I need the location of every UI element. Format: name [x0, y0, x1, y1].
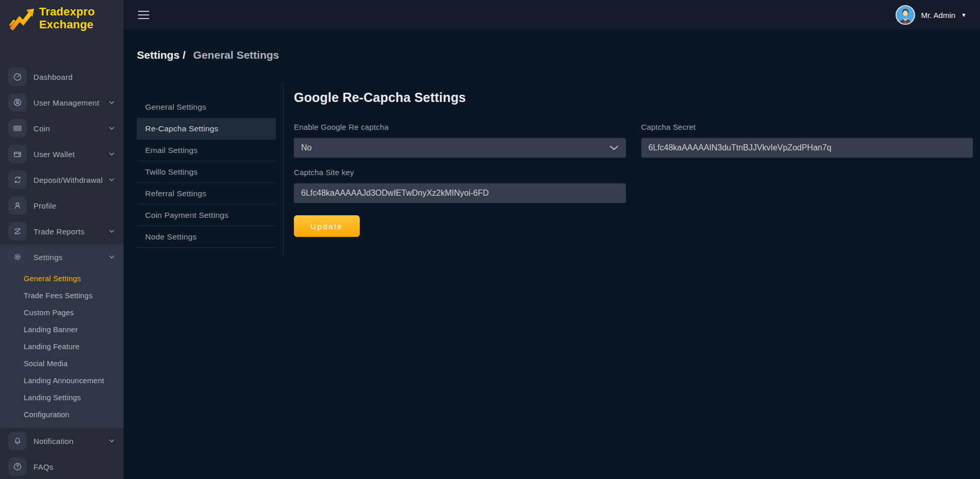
brand-name: Tradexpro Exchange — [39, 6, 95, 31]
hamburger-menu-icon[interactable] — [137, 9, 150, 21]
sidebar-item-label: FAQs — [33, 463, 54, 471]
enable-recaptcha-label: Enable Google Re captcha — [294, 123, 626, 131]
sidebar-subitem-trade-fees-settings[interactable]: Trade Fees Settings — [0, 287, 124, 304]
sidebar-item-label: Notification — [33, 437, 74, 446]
sidebar-subitem-general-settings[interactable]: General Settings — [0, 270, 124, 287]
user-caret-down-icon: ▼ — [961, 12, 967, 18]
faq-icon — [8, 457, 27, 476]
sidebar: Tradexpro Exchange Dashboard User Manage… — [0, 0, 124, 479]
sidebar-item-profile[interactable]: Profile — [0, 193, 124, 218]
sidebar-item-label: Profile — [33, 201, 57, 210]
sidebar-item-dashboard[interactable]: Dashboard — [0, 64, 124, 90]
settings-content: General Settings Re-Capcha Settings Emai… — [137, 82, 980, 257]
brand-name-line1: Tradexpro — [39, 6, 95, 19]
trade-reports-icon — [8, 222, 27, 241]
sidebar-item-user-management[interactable]: User Management — [0, 90, 124, 115]
chevron-down-icon — [109, 127, 114, 130]
avatar — [896, 5, 915, 25]
topbar: Mr. Admin ▼ — [124, 0, 980, 30]
sidebar-item-label: User Wallet — [33, 150, 75, 159]
brand-logo[interactable]: Tradexpro Exchange — [0, 0, 124, 36]
user-management-icon — [8, 93, 27, 112]
captcha-site-key-input[interactable] — [294, 183, 626, 203]
sidebar-subitem-configuration[interactable]: Configuration — [0, 406, 124, 423]
page-body: Settings / General Settings General Sett… — [124, 30, 980, 479]
subnav-item-twillo-settings[interactable]: Twillo Settings — [137, 161, 276, 183]
chevron-down-icon — [109, 230, 114, 233]
sidebar-item-label: Settings — [33, 253, 63, 262]
bell-icon — [8, 432, 27, 450]
panel-title: Google Re-Capcha Settings — [294, 90, 973, 105]
user-menu-trigger[interactable]: Mr. Admin ▼ — [896, 5, 967, 25]
sidebar-item-trade-reports[interactable]: Trade Reports — [0, 218, 124, 244]
app-root: Tradexpro Exchange Dashboard User Manage… — [0, 0, 980, 479]
breadcrumb-section[interactable]: Settings / — [137, 49, 186, 61]
sidebar-menu: Dashboard User Management Coin — [0, 64, 124, 479]
wallet-icon — [8, 145, 27, 163]
captcha-secret-label: Captcha Secret — [641, 123, 973, 131]
sidebar-item-faqs[interactable]: FAQs — [0, 454, 124, 479]
sidebar-item-notification[interactable]: Notification — [0, 428, 124, 454]
settings-subnav: General Settings Re-Capcha Settings Emai… — [137, 82, 276, 257]
sidebar-item-settings[interactable]: Settings — [0, 244, 124, 270]
enable-recaptcha-selected-value: No — [301, 143, 311, 152]
captcha-site-key-label: Captcha Site key — [294, 168, 626, 177]
sidebar-item-user-wallet[interactable]: User Wallet — [0, 141, 124, 167]
sidebar-item-coin[interactable]: Coin — [0, 115, 124, 141]
sidebar-subitem-custom-pages[interactable]: Custom Pages — [0, 304, 124, 321]
subnav-item-referral-settings[interactable]: Referral Settings — [137, 183, 276, 204]
breadcrumb-page: General Settings — [193, 49, 279, 61]
chevron-down-icon — [109, 101, 114, 104]
subnav-item-general-settings[interactable]: General Settings — [137, 96, 276, 118]
settings-gear-icon — [8, 248, 27, 266]
sidebar-subitem-landing-settings[interactable]: Landing Settings — [0, 389, 124, 406]
deposit-withdrawal-icon — [8, 170, 27, 189]
enable-recaptcha-field: Enable Google Re captcha No — [294, 123, 626, 158]
settings-submenu: General Settings Trade Fees Settings Cus… — [0, 270, 124, 423]
subnav-item-email-settings[interactable]: Email Settings — [137, 140, 276, 161]
subnav-item-recapcha-settings[interactable]: Re-Capcha Settings — [137, 118, 276, 140]
user-name: Mr. Admin — [921, 11, 955, 20]
breadcrumb: Settings / General Settings — [137, 30, 980, 61]
sidebar-subitem-landing-announcement[interactable]: Landing Announcement — [0, 372, 124, 389]
enable-recaptcha-select[interactable]: No — [294, 138, 626, 158]
sidebar-subitem-landing-banner[interactable]: Landing Banner — [0, 321, 124, 338]
sidebar-item-label: Coin — [33, 124, 50, 133]
select-chevron-down-icon — [609, 145, 619, 150]
sidebar-item-label: Dashboard — [33, 73, 73, 81]
sidebar-item-label: Deposit/Withdrawal — [33, 176, 103, 184]
dashboard-icon — [8, 67, 27, 86]
recaptcha-form: Enable Google Re captcha No Captcha Secr… — [294, 123, 973, 203]
recaptcha-settings-panel: Google Re-Capcha Settings Enable Google … — [283, 82, 980, 257]
chevron-down-icon — [109, 152, 114, 156]
sidebar-subitem-landing-feature[interactable]: Landing Feature — [0, 338, 124, 355]
profile-icon — [8, 196, 27, 215]
update-button[interactable]: Update — [294, 215, 360, 237]
brand-arrow-icon — [6, 4, 37, 33]
chevron-down-icon — [109, 178, 114, 181]
chevron-down-icon — [109, 439, 114, 442]
subnav-item-node-settings[interactable]: Node Settings — [137, 226, 276, 248]
coin-icon — [8, 119, 27, 138]
captcha-secret-input[interactable] — [641, 138, 973, 158]
subnav-item-coin-payment-settings[interactable]: Coin Payment Settings — [137, 204, 276, 226]
sidebar-subitem-social-media[interactable]: Social Media — [0, 355, 124, 372]
chevron-down-icon — [109, 255, 114, 259]
brand-name-line2: Exchange — [39, 19, 95, 31]
captcha-site-key-field: Captcha Site key — [294, 168, 626, 203]
captcha-secret-field: Captcha Secret — [641, 123, 973, 158]
main-area: Mr. Admin ▼ Settings / General Settings … — [124, 0, 980, 479]
sidebar-item-label: Trade Reports — [33, 227, 84, 236]
sidebar-item-deposit-withdrawal[interactable]: Deposit/Withdrawal — [0, 167, 124, 193]
sidebar-item-label: User Management — [33, 98, 99, 107]
sidebar-settings-group: Settings General Settings Trade Fees Set… — [0, 244, 124, 428]
